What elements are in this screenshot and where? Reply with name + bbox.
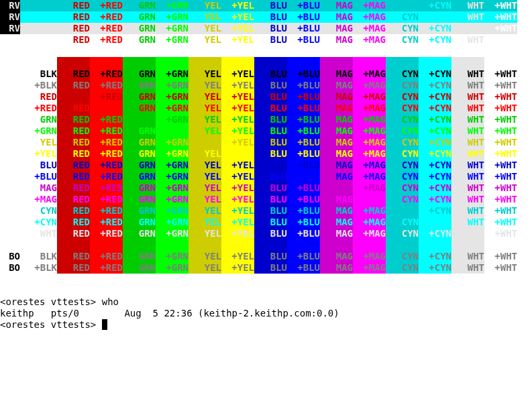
color-cell: +CYN [419,103,451,114]
color-cell: +WHT [484,160,517,171]
color-cell: +CYN [419,171,451,182]
color-cell: +MAG [353,148,386,160]
color-cell: BLU [254,68,287,80]
color-cell: +BLU [287,103,320,114]
color-cell: RED [57,11,90,23]
color-cell: GRN [123,194,156,205]
color-cell: RED [57,205,90,217]
color-cell: MAG [320,91,353,103]
color-cell: BLU [254,114,287,125]
color-row: RED+REDGRN+GRNYEL+YELBLU+BLUMAG+MAGCYN+C… [0,239,532,251]
prompt-line[interactable]: <orestes vttests> [0,319,532,331]
rv-label: WHT [20,23,57,34]
color-cell: +BLU [287,182,320,194]
color-cell: +WHT [484,182,517,194]
color-cell: CYN [386,91,419,103]
color-cell: +BLU [287,148,320,160]
color-row: BLURED+REDGRN+GRNYEL+YELBLU+BLUMAG+MAGCY… [0,160,532,171]
color-cell: +BLU [287,160,320,171]
color-cell: +GRN [156,114,189,125]
color-cell: +BLU [287,114,320,125]
color-cell: BLU [254,23,287,34]
color-cell: +MAG [353,239,386,251]
output-line: keithp pts/0 Aug 5 22:36 (keithp-2.keith… [0,308,532,319]
color-cell: RED [57,262,90,274]
color-row: MAGRED+REDGRN+GRNYEL+YELBLU+BLUMAG+MAGCY… [0,182,532,194]
color-cell: +YEL [221,137,254,148]
color-cell: +WHT [484,194,517,205]
bo-lead: BO [0,251,20,262]
color-row: BOBLKRED+REDGRN+GRNYEL+YELBLU+BLUMAG+MAG… [0,251,532,262]
color-cell: RED [57,228,90,239]
color-cell: +YEL [221,228,254,239]
color-cell: GRN [123,228,156,239]
color-row: RV WHTRED+REDGRN+GRNYEL+YELBLU+BLUMAG+MA… [0,23,532,34]
color-cell: WHT [451,137,484,148]
main-lead [0,182,20,194]
color-cell: +YEL [221,205,254,217]
color-cell: MAG [320,34,353,46]
color-cell: RED [57,194,90,205]
color-cell: +GRN [156,68,189,80]
color-cell: +RED [90,160,123,171]
main-lead [0,239,20,251]
color-cell: BLU [254,0,287,11]
color-cell: +GRN [156,239,189,251]
color-cell: +WHT [484,125,517,137]
color-cell: +CYN [419,80,451,91]
color-cell: +GRN [156,262,189,274]
color-cell: CYN [386,160,419,171]
color-cell: MAG [320,182,353,194]
color-cell: CYN [386,11,419,23]
color-cell: GRN [123,0,156,11]
color-cell: MAG [320,217,353,228]
color-cell: YEL [189,57,221,68]
color-cell: +YEL [221,251,254,262]
fg-label: +YEL [20,148,57,160]
color-cell: MAG [320,57,353,68]
color-row: +REDRED+REDGRN+GRNYEL+YELBLU+BLUMAG+MAGC… [0,103,532,114]
color-row: BLKRED+REDGRN+GRNYEL+YELBLU+BLUMAG+MAGCY… [0,68,532,80]
color-cell: RED [57,103,90,114]
color-row: +YELRED+REDGRN+GRNYEL+YELBLU+BLUMAG+MAGC… [0,148,532,160]
main-lead [0,194,20,205]
color-cell: +WHT [484,114,517,125]
color-cell: +RED [90,262,123,274]
color-cell: +MAG [353,171,386,182]
color-cell: +YEL [221,171,254,182]
color-cell: +YEL [221,80,254,91]
color-cell: MAG [320,125,353,137]
color-cell: WHT [451,217,484,228]
color-cell: CYN [386,137,419,148]
color-cell: MAG [320,262,353,274]
color-cell: BLU [254,34,287,46]
color-cell: YEL [189,23,221,34]
color-cell: CYN [386,148,419,160]
color-cell: +MAG [353,137,386,148]
color-cell: +GRN [156,125,189,137]
color-cell: RED [57,80,90,91]
color-cell: +GRN [156,11,189,23]
color-cell: +RED [90,251,123,262]
color-cell: YEL [189,228,221,239]
color-cell: YEL [189,125,221,137]
color-cell: +BLU [287,228,320,239]
color-cell: RED [57,0,90,11]
color-cell: +BLU [287,57,320,68]
color-cell: MAG [320,160,353,171]
color-row: +GRNRED+REDGRN+GRNYEL+YELBLU+BLUMAG+MAGC… [0,125,532,137]
main-lead [0,68,20,80]
color-row: RV CYNRED+REDGRN+GRNYEL+YELBLU+BLUMAG+MA… [0,0,532,11]
color-cell: +MAG [353,103,386,114]
color-cell: +CYN [419,194,451,205]
color-cell: +YEL [221,182,254,194]
color-cell: MAG [320,11,353,23]
color-cell: GRN [123,171,156,182]
terminal[interactable]: RV CYNRED+REDGRN+GRNYEL+YELBLU+BLUMAG+MA… [0,0,532,401]
color-cell: +WHT [484,228,517,239]
color-cell: GRN [123,205,156,217]
fg-label: WHT [20,228,57,239]
color-cell: +MAG [353,91,386,103]
color-cell: YEL [189,34,221,46]
color-cell: WHT [451,251,484,262]
